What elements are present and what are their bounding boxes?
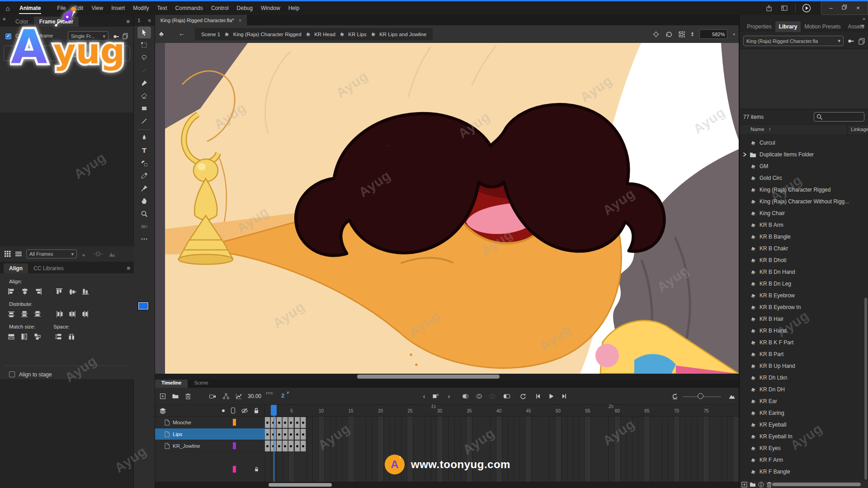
frame-span-icon[interactable] <box>503 393 510 400</box>
distribute-right-button[interactable] <box>80 310 91 319</box>
column-name[interactable]: Name <box>750 127 764 132</box>
hand-tool[interactable] <box>137 195 151 207</box>
breadcrumb-scene[interactable]: Scene 1 <box>201 32 220 37</box>
onion-outline-icon[interactable] <box>475 393 482 400</box>
width-tool[interactable] <box>137 65 151 76</box>
text-tool[interactable]: T <box>137 145 151 156</box>
library-item[interactable]: ♣KR F Bangle <box>740 466 868 478</box>
thumb-size-small-icon[interactable] <box>81 251 88 257</box>
distribute-v-center-button[interactable] <box>19 310 30 319</box>
keyframe-cell[interactable] <box>283 429 288 440</box>
onion-skin-icon[interactable] <box>462 393 469 400</box>
align-to-stage-checkbox[interactable] <box>9 371 15 379</box>
library-item[interactable]: ♣KR B Part <box>740 348 868 360</box>
library-item[interactable]: ♣KR Eyeball In <box>740 431 868 442</box>
panel-menu-icon[interactable]: ≡ <box>126 18 130 25</box>
share-icon[interactable] <box>764 4 774 13</box>
frame-grid[interactable] <box>265 417 739 488</box>
next-keyframe-icon[interactable]: › <box>445 393 453 400</box>
minimize-button[interactable]: – <box>824 5 838 11</box>
library-item[interactable]: ♣King (Raja) Character Without Rigg... <box>740 196 868 207</box>
library-item[interactable]: ♣KR Eyeball <box>740 419 868 431</box>
free-transform-tool[interactable] <box>137 39 151 51</box>
menu-help[interactable]: Help <box>284 1 304 15</box>
keyframe-cell[interactable] <box>277 441 282 451</box>
library-item[interactable]: ♣KR Ear <box>740 395 868 407</box>
thumb-size-large-icon[interactable] <box>108 251 116 257</box>
restore-button[interactable] <box>838 5 851 11</box>
canvas-horizontal-scrollbar[interactable] <box>155 374 739 380</box>
tab-library[interactable]: Library <box>775 21 801 32</box>
layer-depth-icon[interactable] <box>235 393 242 400</box>
timeline-zoom-slider[interactable] <box>698 393 703 399</box>
marker-icon[interactable]: A <box>432 393 439 400</box>
distribute-left-button[interactable] <box>54 310 65 319</box>
keyframe-cell[interactable] <box>288 417 294 428</box>
library-item[interactable]: ♣KR Earing <box>740 407 868 419</box>
playhead-handle[interactable] <box>271 405 277 416</box>
library-item[interactable]: ♣GM <box>740 160 868 172</box>
step-forward-icon[interactable] <box>560 393 567 400</box>
library-item[interactable]: ♣KR B Eyebrow In <box>740 301 868 313</box>
distribute-bottom-button[interactable] <box>33 310 43 319</box>
keyframe-cell[interactable] <box>288 429 294 440</box>
tab-motion-presets[interactable]: Motion Presets <box>801 21 844 32</box>
layer-row-lips[interactable]: Lips <box>155 428 265 440</box>
thumb-size-slider[interactable] <box>92 251 104 257</box>
camera-tool[interactable] <box>137 221 151 232</box>
more-tools[interactable] <box>137 233 151 245</box>
library-item[interactable]: ♣King (Raja) Character Rigged <box>740 184 868 196</box>
workspace-icon[interactable] <box>780 4 789 13</box>
match-both-button[interactable] <box>33 332 43 341</box>
library-item[interactable]: Duplicate Items Folder <box>740 149 868 160</box>
keyframe-cell[interactable] <box>283 441 288 451</box>
play-icon[interactable] <box>547 393 555 400</box>
library-item[interactable]: ♣Gold Circ <box>740 172 868 184</box>
edit-multiple-frames-icon[interactable] <box>489 393 496 400</box>
library-item[interactable]: ♣KR B Bangle <box>740 231 868 243</box>
timeline-tab-scene[interactable]: Scene <box>188 380 214 388</box>
library-item[interactable]: ♣KR B Hair <box>740 313 868 325</box>
layer-row-mooche[interactable]: Mooche <box>155 417 265 428</box>
library-item[interactable]: ♣KR Eyes <box>740 442 868 454</box>
keyframe-cell[interactable] <box>295 417 300 428</box>
step-back-icon[interactable] <box>535 393 542 400</box>
layer-lock-icon[interactable] <box>254 466 259 472</box>
asset-warp-tool[interactable] <box>137 157 151 169</box>
test-movie-icon[interactable] <box>802 4 811 13</box>
space-horizontal-button[interactable] <box>66 332 77 341</box>
align-left-button[interactable] <box>6 287 17 296</box>
menu-animate[interactable]: Animate <box>15 1 45 15</box>
library-panel-menu-icon[interactable]: ≡ <box>861 23 864 29</box>
tools-menu-icon[interactable]: ≡ <box>148 18 151 23</box>
menu-edit[interactable]: Edit <box>70 1 88 15</box>
camera-icon[interactable] <box>209 393 216 400</box>
keyframe-cell[interactable] <box>277 417 282 428</box>
frame-radio-left[interactable] <box>12 51 18 59</box>
menu-commands[interactable]: Commands <box>171 1 207 15</box>
home-icon[interactable]: ⌂ <box>0 5 15 12</box>
align-right-button[interactable] <box>33 287 43 296</box>
prev-keyframe-icon[interactable]: ‹ <box>420 393 428 400</box>
clip-content-icon[interactable] <box>678 31 685 38</box>
menu-debug[interactable]: Debug <box>233 1 257 15</box>
keyframe-cell[interactable] <box>295 441 300 451</box>
properties-icon[interactable] <box>758 482 764 488</box>
zoom-tool[interactable] <box>137 208 151 220</box>
breadcrumb-item-0[interactable]: King (Raja) Character Rigged <box>233 32 302 37</box>
eraser-tool[interactable] <box>137 90 151 102</box>
menu-view[interactable]: View <box>87 1 107 15</box>
expand-folder-icon[interactable] <box>742 152 747 157</box>
menu-modify[interactable]: Modify <box>129 1 153 15</box>
new-folder-icon[interactable] <box>750 482 756 487</box>
loop-icon[interactable] <box>519 393 527 400</box>
tab-frame-picker[interactable]: Frame Picker <box>34 17 79 27</box>
library-item[interactable]: ♣KR B Dn Hand <box>740 266 868 278</box>
tab-align[interactable]: Align <box>4 263 28 273</box>
keyframe-cell[interactable] <box>277 429 282 440</box>
library-item[interactable]: ♣Curcul <box>740 137 868 149</box>
search-input[interactable] <box>814 112 864 122</box>
eyedropper-tool[interactable] <box>137 170 151 182</box>
highlight-layers-icon[interactable] <box>222 409 225 412</box>
library-item[interactable]: ♣KR B K F Part <box>740 337 868 348</box>
